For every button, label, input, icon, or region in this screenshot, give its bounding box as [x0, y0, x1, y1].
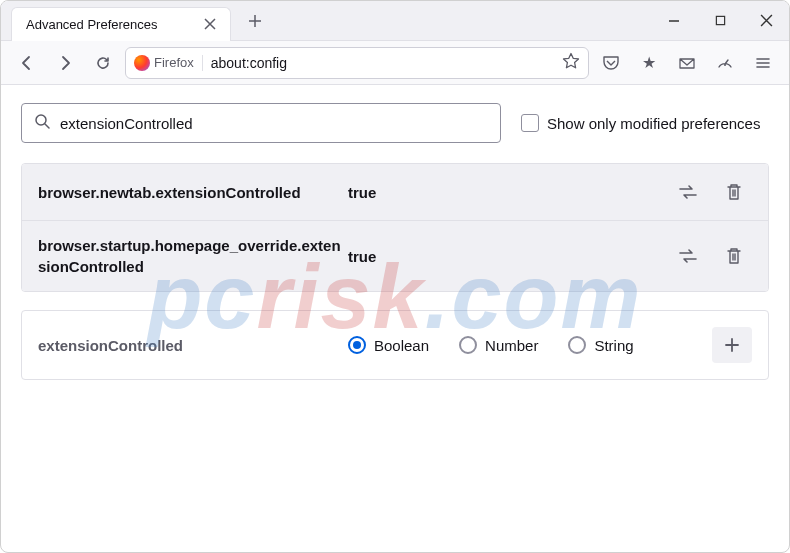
- preference-actions: [670, 242, 752, 270]
- titlebar: Advanced Preferences: [1, 1, 789, 41]
- radio-icon[interactable]: [568, 336, 586, 354]
- preferences-table: browser.newtab.extensionControlled true …: [21, 163, 769, 292]
- add-preference-button[interactable]: [712, 327, 752, 363]
- preference-name: browser.startup.homepage_override.extens…: [38, 235, 348, 277]
- search-icon: [34, 113, 50, 133]
- delete-button[interactable]: [716, 242, 752, 270]
- radio-label: Number: [485, 337, 538, 354]
- checkbox-label: Show only modified preferences: [547, 115, 760, 132]
- delete-button[interactable]: [716, 178, 752, 206]
- type-options: Boolean Number String: [348, 336, 712, 354]
- toolbar: Firefox about:config ★: [1, 41, 789, 85]
- preference-row[interactable]: browser.newtab.extensionControlled true: [22, 164, 768, 221]
- preference-row[interactable]: browser.startup.homepage_override.extens…: [22, 221, 768, 291]
- browser-tab[interactable]: Advanced Preferences: [11, 7, 231, 41]
- new-preference-section: extensionControlled Boolean Number Strin…: [21, 310, 769, 380]
- preference-actions: [670, 178, 752, 206]
- svg-rect-0: [716, 16, 724, 24]
- new-preference-name: extensionControlled: [38, 337, 348, 354]
- type-option-string[interactable]: String: [568, 336, 633, 354]
- minimize-button[interactable]: [651, 1, 697, 41]
- toggle-button[interactable]: [670, 178, 706, 206]
- close-tab-icon[interactable]: [200, 14, 220, 34]
- search-input[interactable]: [60, 115, 488, 132]
- menu-button[interactable]: [747, 47, 779, 79]
- search-row: Show only modified preferences: [21, 103, 769, 143]
- forward-button[interactable]: [49, 47, 81, 79]
- extension-icon[interactable]: ★: [633, 47, 665, 79]
- svg-point-1: [724, 64, 726, 66]
- back-button[interactable]: [11, 47, 43, 79]
- toggle-button[interactable]: [670, 242, 706, 270]
- radio-label: Boolean: [374, 337, 429, 354]
- window-frame: Advanced Preferences: [0, 0, 790, 553]
- checkbox-icon[interactable]: [521, 114, 539, 132]
- bookmark-star-icon[interactable]: [562, 52, 580, 74]
- speedometer-icon[interactable]: [709, 47, 741, 79]
- radio-icon[interactable]: [348, 336, 366, 354]
- radio-icon[interactable]: [459, 336, 477, 354]
- tab-title: Advanced Preferences: [26, 17, 200, 32]
- content-area: Show only modified preferences browser.n…: [1, 85, 789, 398]
- firefox-logo-icon: [134, 55, 150, 71]
- url-text: about:config: [211, 55, 554, 71]
- close-window-button[interactable]: [743, 1, 789, 41]
- addressbar[interactable]: Firefox about:config: [125, 47, 589, 79]
- search-box[interactable]: [21, 103, 501, 143]
- new-tab-button[interactable]: [241, 7, 269, 35]
- type-option-number[interactable]: Number: [459, 336, 538, 354]
- type-option-boolean[interactable]: Boolean: [348, 336, 429, 354]
- preference-name: browser.newtab.extensionControlled: [38, 182, 348, 203]
- reload-button[interactable]: [87, 47, 119, 79]
- pocket-icon[interactable]: [595, 47, 627, 79]
- identity-box[interactable]: Firefox: [134, 55, 203, 71]
- mail-icon[interactable]: [671, 47, 703, 79]
- maximize-button[interactable]: [697, 1, 743, 41]
- show-modified-checkbox-row[interactable]: Show only modified preferences: [521, 114, 760, 132]
- window-controls: [651, 1, 789, 41]
- radio-label: String: [594, 337, 633, 354]
- preference-value: true: [348, 248, 670, 265]
- preference-value: true: [348, 184, 670, 201]
- identity-label: Firefox: [154, 55, 194, 70]
